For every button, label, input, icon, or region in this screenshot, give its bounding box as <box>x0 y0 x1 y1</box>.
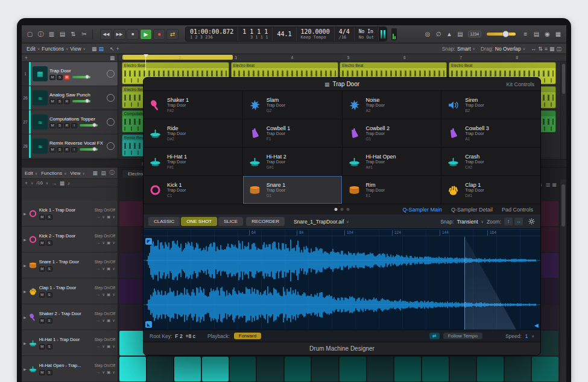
step-cell[interactable] <box>119 253 146 278</box>
seq-menu-edit[interactable]: Edit∨ <box>25 171 37 176</box>
solo-button[interactable]: S <box>57 147 63 152</box>
length-icon[interactable]: ▣ <box>107 344 110 349</box>
tab-q-sampler-main[interactable]: Q-Sampler Main <box>402 207 442 213</box>
snap-dropdown[interactable]: Snap: Smart ∨ <box>442 46 475 52</box>
mute-button[interactable]: M <box>49 123 55 128</box>
kit-controls-link[interactable]: Kit Controls <box>506 81 534 87</box>
flex-icon[interactable]: ⇅ <box>69 31 78 37</box>
tab-pad-controls[interactable]: Pad Controls <box>502 207 533 213</box>
tab-q-sampler-detail[interactable]: Q-Sampler Detail <box>451 207 493 213</box>
disclosure-icon[interactable]: ▶ <box>24 341 27 345</box>
sequencer-row[interactable]: ▶Kick 2 - Trap DoorMSStep On/Off→∨▣∨ <box>22 227 118 252</box>
pan-knob[interactable] <box>107 118 115 126</box>
pan-knob[interactable] <box>107 70 115 78</box>
direction-caret-icon[interactable]: ∨ <box>102 266 105 271</box>
grid-view-icon[interactable]: ▦ <box>549 46 555 52</box>
disclosure-icon[interactable]: ▶ <box>24 289 27 293</box>
step-cell[interactable] <box>422 357 449 381</box>
root-key-value[interactable]: F 2 <box>175 333 182 339</box>
scissors-icon[interactable]: ✂ <box>80 31 89 37</box>
lcd-position-section[interactable]: 1 1 1 1 3 1 1 1 <box>238 27 273 41</box>
lcd-signature-section[interactable]: 4/4 /16 <box>335 27 355 41</box>
waveform-display[interactable]: 6484104124144164 ◤ ◣ ◀ <box>144 229 540 330</box>
length-caret-icon[interactable]: ∨ <box>112 318 115 323</box>
direction-icon[interactable]: → <box>96 370 101 374</box>
row-mode-label[interactable]: Step On/Off <box>95 312 115 316</box>
direction-caret-icon[interactable]: ∨ <box>102 370 105 375</box>
lcd-sample-rate-section[interactable]: 44.1 <box>273 27 296 41</box>
lcd-tempo-section[interactable]: 120.0000 Keep Tempo <box>297 27 335 41</box>
sequencer-row[interactable]: ▶Shaker 2 - Trap DoorMSStep On/Off→∨▣∨ <box>22 304 118 330</box>
mute-button[interactable]: M <box>39 266 45 272</box>
step-cell[interactable] <box>119 357 146 381</box>
cycle-button[interactable]: ⇄ <box>166 29 179 40</box>
solo-button[interactable]: S <box>46 318 52 324</box>
direction-caret-icon[interactable]: ∨ <box>102 292 105 297</box>
record-enable-button[interactable]: R <box>64 99 70 104</box>
length-caret-icon[interactable]: ∨ <box>112 292 115 297</box>
mute-button[interactable]: M <box>39 318 45 324</box>
v-zoom-icon[interactable]: ⇅ <box>538 46 543 52</box>
drum-pad[interactable]: Snare 1Trap DoorD1 <box>243 176 342 204</box>
drum-pad[interactable]: Shaker 1Trap DoorF#2 <box>144 91 242 119</box>
mute-button[interactable]: M <box>39 370 45 375</box>
sequencer-row[interactable]: ▶Kick 1 - Trap DoorMSStep On/Off→∨▣∨ <box>22 201 118 227</box>
menu-edit[interactable]: Edit∨ <box>27 46 40 52</box>
mixer-icon[interactable]: ▥ <box>47 31 56 37</box>
solo-button[interactable]: S <box>46 292 52 298</box>
count-in-icon[interactable]: ∅ <box>434 31 443 37</box>
h-zoom-icon[interactable]: ↔ <box>531 46 536 52</box>
direction-icon[interactable]: → <box>96 214 101 219</box>
drum-pad[interactable]: Clap 1Trap DoorD#1 <box>441 176 540 204</box>
lcd-display[interactable]: 01:00:00.872 1 2 3 236 1 1 1 1 3 1 1 1 4… <box>185 27 387 42</box>
step-cell[interactable] <box>477 357 504 381</box>
page-dot[interactable] <box>347 208 350 211</box>
record-enable-button[interactable]: R <box>64 75 70 80</box>
browser-icon[interactable]: ▦ <box>554 31 563 37</box>
cycle-region[interactable] <box>122 55 233 60</box>
drum-pad[interactable]: Cowbell 2Trap DoorG1 <box>343 119 441 147</box>
zoom-horizontal-icon[interactable]: ↔ <box>514 218 523 225</box>
monitor-icon[interactable]: ▢ <box>25 31 34 37</box>
mute-button[interactable]: M <box>39 214 45 220</box>
drum-pad[interactable]: RimTrap DoorE1 <box>343 176 441 204</box>
metronome-icon[interactable]: ▲ <box>445 31 454 37</box>
drum-pad[interactable]: NoiseTrap DoorA2 <box>343 91 441 119</box>
zoom-menu-icon[interactable]: ≡ <box>545 46 548 52</box>
step-cell[interactable] <box>119 201 146 226</box>
step-cell[interactable] <box>394 357 421 381</box>
record-button[interactable]: ● <box>153 29 165 40</box>
seq-menu-view[interactable]: View∨ <box>70 171 85 176</box>
disclosure-icon[interactable]: ▶ <box>24 263 27 268</box>
tuner-icon[interactable]: ◎ <box>423 31 432 37</box>
step-cell[interactable] <box>340 357 366 381</box>
step-cell[interactable] <box>312 357 338 381</box>
drum-pad[interactable]: Cowbell 1Trap DoorF1 <box>243 119 342 147</box>
pan-knob[interactable] <box>107 94 115 102</box>
drum-pad[interactable]: Hi-Hat 2Trap DoorG#1 <box>243 148 342 175</box>
direction-icon[interactable]: → <box>96 292 101 296</box>
menu-view[interactable]: View∨ <box>70 46 86 52</box>
volume-slider-knob[interactable] <box>85 99 89 103</box>
loop-start-handle[interactable]: ◣ <box>145 321 152 328</box>
track-row[interactable]: 27≈Computations TopperMSRI <box>22 110 118 134</box>
note-value-icon[interactable]: ♪ <box>68 180 70 186</box>
volume-slider-knob[interactable] <box>92 123 96 127</box>
forward-button[interactable]: ▶▶ <box>113 29 125 40</box>
speed-value[interactable]: 1 <box>525 333 528 339</box>
step-cell[interactable] <box>119 279 146 304</box>
row-mode-label[interactable]: Step On/Off <box>95 234 115 238</box>
sequencer-row[interactable]: ▶Hi-Hat 1 - Trap DoorMSStep On/Off→∨▣∨ <box>22 330 118 356</box>
play-button[interactable]: ▶ <box>140 29 152 40</box>
panel-icon[interactable]: ◫ <box>556 46 561 52</box>
playhead-cap[interactable] <box>144 54 148 57</box>
mute-button[interactable]: M <box>49 99 55 104</box>
inspector-icon[interactable]: ⓘ <box>36 30 45 39</box>
scrollbar-thumb[interactable] <box>562 64 565 94</box>
input-monitor-button[interactable]: I <box>71 147 77 152</box>
lists-icon[interactable]: ≡ <box>521 31 530 37</box>
step-cell[interactable] <box>202 357 229 381</box>
zoom-vertical-icon[interactable]: ↕ <box>504 218 513 225</box>
step-cell[interactable] <box>230 357 256 381</box>
direction-icon[interactable]: → <box>96 266 101 271</box>
